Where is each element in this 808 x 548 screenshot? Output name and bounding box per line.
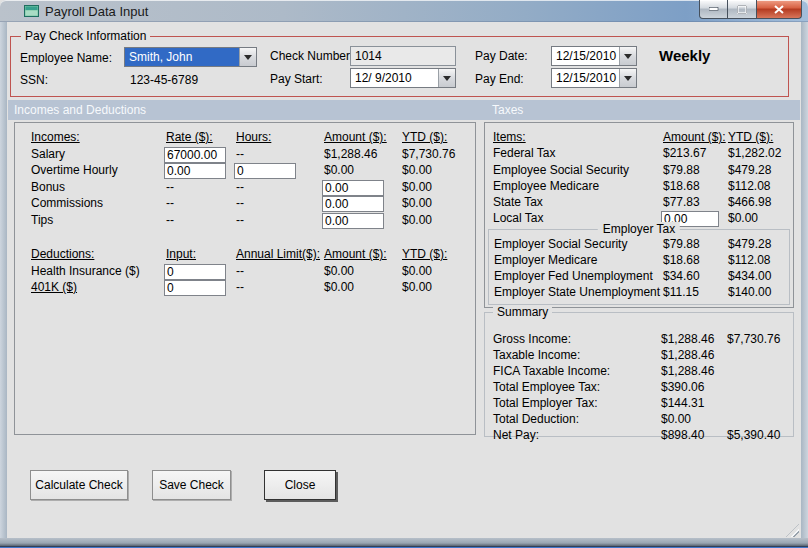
summary-label: Total Employee Tax: bbox=[493, 380, 661, 394]
income-label: Bonus bbox=[31, 180, 166, 194]
employee-name-label: Employee Name: bbox=[20, 51, 112, 65]
pay-date-dropdown-button[interactable] bbox=[619, 47, 636, 65]
deduction-label: Health Insurance ($) bbox=[31, 264, 166, 278]
pay-end-dropdown-button[interactable] bbox=[619, 69, 636, 87]
employer-tax-group: Employer Tax Employer Social Security $7… bbox=[488, 229, 790, 305]
chevron-down-icon bbox=[443, 76, 451, 81]
maximize-button[interactable] bbox=[728, 0, 757, 19]
ytd-col-header: YTD ($): bbox=[728, 130, 781, 144]
incomes-deductions-panel: Incomes: Rate ($): Hours: Amount ($): YT… bbox=[14, 122, 476, 435]
commissions-amount-input[interactable] bbox=[322, 196, 384, 212]
annual-limit-col-header: Annual Limit($): bbox=[236, 247, 324, 261]
deductions-table: Deductions: Input: Annual Limit($): Amou… bbox=[31, 247, 472, 297]
overtime-hours-input[interactable] bbox=[234, 163, 296, 179]
maximize-icon bbox=[737, 5, 747, 14]
ssn-label: SSN: bbox=[20, 73, 48, 87]
summary-label: Total Employer Tax: bbox=[493, 396, 661, 410]
app-icon bbox=[24, 5, 39, 17]
chevron-down-icon bbox=[624, 76, 632, 81]
employer-fed-unemp-amount: $34.60 bbox=[663, 269, 728, 283]
state-tax-amount: $77.83 bbox=[663, 195, 728, 209]
tax-label: Employee Medicare bbox=[493, 179, 663, 193]
pay-end-label: Pay End: bbox=[475, 72, 524, 86]
paycheck-info-legend: Pay Check Information bbox=[21, 29, 150, 43]
bonus-ytd: $0.00 bbox=[402, 180, 472, 194]
income-label: Commissions bbox=[31, 196, 166, 210]
salary-amount: $1,288.46 bbox=[324, 147, 402, 161]
summary-label: Net Pay: bbox=[493, 428, 661, 442]
check-number-label: Check Number: bbox=[270, 49, 353, 63]
calculate-check-button[interactable]: Calculate Check bbox=[30, 470, 128, 500]
check-number-input[interactable] bbox=[350, 46, 456, 66]
employer-tax-table: Employer Social Security $79.88 $479.28 … bbox=[494, 237, 771, 301]
commissions-rate: -- bbox=[166, 196, 236, 210]
commissions-hours: -- bbox=[236, 196, 324, 210]
pay-start-picker[interactable]: 12/ 9/2010 bbox=[350, 68, 456, 88]
employee-name-select[interactable]: Smith, John bbox=[124, 47, 257, 67]
pay-start-dropdown-button[interactable] bbox=[438, 69, 455, 87]
employer-tax-legend: Employer Tax bbox=[598, 222, 680, 236]
tips-amount-input[interactable] bbox=[322, 213, 384, 229]
federal-tax-ytd: $1,282.02 bbox=[728, 146, 781, 160]
input-col-header: Input: bbox=[166, 247, 236, 261]
tax-label: Employee Social Security bbox=[493, 163, 663, 177]
ytd-col-header: YTD ($): bbox=[402, 247, 472, 261]
total-deduction-amount: $0.00 bbox=[661, 412, 727, 426]
caption-buttons bbox=[699, 0, 802, 19]
close-button[interactable]: Close bbox=[264, 470, 336, 500]
k401-ytd: $0.00 bbox=[402, 280, 472, 294]
window-border-right bbox=[801, 22, 808, 538]
pay-date-value: 12/15/2010 bbox=[552, 47, 619, 65]
taxes-panel: Items: Amount ($): YTD ($): Federal Tax … bbox=[484, 122, 794, 308]
overtime-rate-input[interactable] bbox=[164, 163, 226, 179]
k401-link[interactable]: 401K ($) bbox=[31, 280, 166, 294]
k401-input[interactable] bbox=[164, 280, 226, 296]
net-pay-ytd: $5,390.40 bbox=[727, 428, 780, 442]
ssn-value: 123-45-6789 bbox=[130, 73, 198, 87]
pay-end-value: 12/15/2010 bbox=[552, 69, 619, 87]
tax-label: Federal Tax bbox=[493, 146, 663, 160]
tips-rate: -- bbox=[166, 213, 236, 227]
items-col-header: Items: bbox=[493, 130, 663, 144]
salary-hours: -- bbox=[236, 147, 324, 161]
employee-ss-amount: $79.88 bbox=[663, 163, 728, 177]
close-window-button[interactable] bbox=[757, 0, 802, 19]
window-border-left bbox=[0, 22, 7, 538]
employee-medicare-amount: $18.68 bbox=[663, 179, 728, 193]
close-label: Close bbox=[285, 478, 316, 492]
minimize-icon bbox=[709, 7, 719, 11]
pay-start-value: 12/ 9/2010 bbox=[351, 69, 438, 87]
employee-name-dropdown-button[interactable] bbox=[239, 48, 256, 66]
save-check-label: Save Check bbox=[159, 478, 224, 492]
total-employee-tax-amount: $390.06 bbox=[661, 380, 727, 394]
summary-label: Total Deduction: bbox=[493, 412, 661, 426]
resize-grip[interactable] bbox=[786, 524, 799, 537]
pay-date-picker[interactable]: 12/15/2010 bbox=[551, 46, 637, 66]
federal-tax-amount: $213.67 bbox=[663, 146, 728, 160]
ytd-col-header: YTD ($): bbox=[402, 130, 472, 144]
summary-label: Taxable Income: bbox=[493, 348, 661, 362]
save-check-button[interactable]: Save Check bbox=[152, 470, 231, 500]
overtime-amount: $0.00 bbox=[324, 163, 402, 177]
amount-col-header: Amount ($): bbox=[324, 247, 402, 261]
net-pay-amount: $898.40 bbox=[661, 428, 727, 442]
salary-rate-input[interactable] bbox=[164, 147, 226, 163]
title-bar[interactable]: Payroll Data Input bbox=[0, 0, 808, 22]
income-label: Overtime Hourly bbox=[31, 163, 166, 177]
tax-label: Employer State Unemployment bbox=[494, 285, 663, 299]
pay-end-picker[interactable]: 12/15/2010 bbox=[551, 68, 637, 88]
calculate-check-label: Calculate Check bbox=[35, 478, 122, 492]
health-insurance-input[interactable] bbox=[164, 264, 226, 280]
state-tax-ytd: $466.98 bbox=[728, 195, 781, 209]
health-insurance-ytd: $0.00 bbox=[402, 264, 472, 278]
tax-label: Employer Medicare bbox=[494, 253, 663, 267]
employer-fed-unemp-ytd: $434.00 bbox=[728, 269, 771, 283]
minimize-button[interactable] bbox=[699, 0, 728, 19]
employer-medicare-amount: $18.68 bbox=[663, 253, 728, 267]
chevron-down-icon bbox=[244, 55, 252, 60]
k401-amount: $0.00 bbox=[324, 280, 402, 294]
bonus-amount-input[interactable] bbox=[322, 180, 384, 196]
window-border-bottom bbox=[0, 538, 808, 548]
health-insurance-amount: $0.00 bbox=[324, 264, 402, 278]
summary-label: Gross Income: bbox=[493, 332, 661, 346]
